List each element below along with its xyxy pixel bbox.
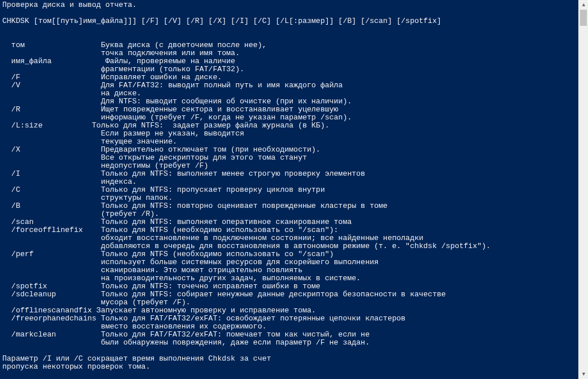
chevron-up-icon: ▲: [582, 2, 585, 8]
syntax-line: CHKDSK [том[[путь]имя_файла]]] [/F] [/V]…: [2, 17, 442, 25]
console-output: Проверка диска и вывод отчета. CHKDSK [т…: [0, 0, 578, 379]
footer-line-0: Параметр /I или /C сокращает время выпол…: [2, 354, 271, 363]
title-line: Проверка диска и вывод отчета.: [2, 1, 137, 9]
scrollbar-track[interactable]: [579, 10, 588, 369]
scroll-down-button[interactable]: ▼: [579, 369, 588, 379]
scrollbar-thumb[interactable]: [580, 10, 587, 26]
chevron-down-icon: ▼: [582, 372, 585, 377]
scroll-up-button[interactable]: ▲: [579, 0, 588, 10]
vertical-scrollbar[interactable]: ▲ ▼: [578, 0, 588, 379]
footer-line-1: пропуска некоторых проверок тома.: [2, 362, 150, 371]
options-block: том Буква диска (с двоеточием после нее)…: [2, 41, 576, 347]
